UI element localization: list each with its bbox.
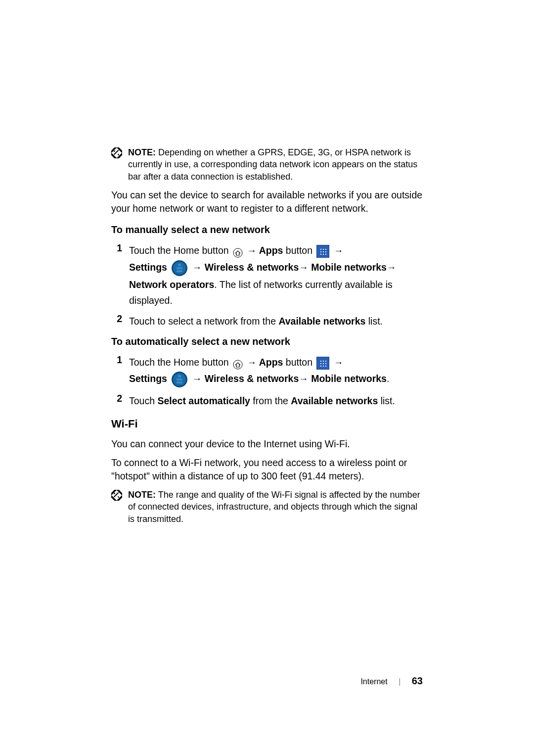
arrow-icon: → xyxy=(247,245,257,256)
note-body: Depending on whether a GPRS, EDGE, 3G, o… xyxy=(128,147,417,182)
step-body: Touch the Home button → Apps button → Se… xyxy=(129,354,423,388)
step-number: 2 xyxy=(111,393,129,404)
step-text: Touch xyxy=(129,395,157,406)
page-footer: Internet | 63 xyxy=(360,675,423,687)
svg-rect-12 xyxy=(177,378,182,380)
available-networks-label: Available networks xyxy=(278,316,365,327)
note-label: NOTE: xyxy=(128,490,156,500)
settings-icon xyxy=(171,371,188,388)
apps-label: Apps xyxy=(257,357,283,368)
list-item: 1 Touch the Home button → Apps button → … xyxy=(111,354,423,388)
note-block-2: NOTE: The range and quality of the Wi-Fi… xyxy=(111,489,423,525)
select-auto-label: Select automatically xyxy=(157,395,250,406)
svg-rect-5 xyxy=(178,264,181,266)
step-text: button xyxy=(283,245,315,256)
mobile-networks-label: Mobile networks xyxy=(309,262,387,273)
apps-grid-icon xyxy=(316,245,329,258)
step-body: Touch Select automatically from the Avai… xyxy=(129,393,423,409)
settings-label: Settings xyxy=(129,373,170,384)
step-text: Touch the Home button xyxy=(129,245,231,256)
apps-grid-icon xyxy=(316,357,329,370)
step-text: Touch to select a network from the xyxy=(129,316,278,327)
note-body: The range and quality of the Wi-Fi signa… xyxy=(128,490,420,524)
svg-rect-13 xyxy=(177,381,182,383)
arrow-icon: → xyxy=(299,374,309,384)
arrow-icon: → xyxy=(299,262,309,273)
step-text: Touch the Home button xyxy=(129,357,231,368)
note-label: NOTE: xyxy=(128,147,156,157)
step-text: from the xyxy=(250,395,291,406)
note-icon xyxy=(111,490,122,501)
step-number: 1 xyxy=(111,354,129,366)
network-operators-label: Network operators xyxy=(129,279,214,290)
arrow-icon: → xyxy=(192,262,202,273)
page-content: NOTE: Depending on whether a GPRS, EDGE,… xyxy=(111,146,423,531)
settings-label: Settings xyxy=(129,262,170,273)
available-networks-label: Available networks xyxy=(291,395,378,406)
arrow-icon: → xyxy=(334,245,344,256)
note-text-2: NOTE: The range and quality of the Wi-Fi… xyxy=(128,489,423,525)
list-item: 1 Touch the Home button → Apps button → … xyxy=(111,242,423,308)
step-body: Touch the Home button → Apps button → Se… xyxy=(129,242,423,308)
note-block-1: NOTE: Depending on whether a GPRS, EDGE,… xyxy=(111,146,423,183)
arrow-icon: → xyxy=(247,357,257,368)
apps-label: Apps xyxy=(257,245,283,256)
svg-point-2 xyxy=(233,248,242,257)
wifi-para-2: To connect to a Wi-Fi network, you need … xyxy=(111,456,423,483)
step-number: 2 xyxy=(111,313,129,325)
arrow-icon: → xyxy=(334,357,344,368)
step-text: button xyxy=(283,357,315,368)
wireless-label: Wireless & networks xyxy=(202,373,299,384)
svg-rect-7 xyxy=(177,270,182,272)
footer-section: Internet xyxy=(360,677,387,686)
list-item: 2 Touch Select automatically from the Av… xyxy=(111,393,423,409)
mobile-networks-label: Mobile networks xyxy=(309,373,387,384)
intro-paragraph: You can set the device to search for ava… xyxy=(111,189,423,216)
note-text-1: NOTE: Depending on whether a GPRS, EDGE,… xyxy=(128,146,423,183)
step-body: Touch to select a network from the Avail… xyxy=(129,313,423,329)
footer-divider: | xyxy=(399,677,400,686)
svg-point-8 xyxy=(233,360,242,369)
home-icon xyxy=(233,358,243,368)
note-icon xyxy=(111,147,122,158)
section-heading-manual: To manually select a new network xyxy=(111,224,423,236)
arrow-icon: → xyxy=(192,374,202,384)
svg-rect-11 xyxy=(178,375,181,378)
wireless-label: Wireless & networks xyxy=(202,262,299,273)
svg-rect-6 xyxy=(177,267,182,269)
list-item: 2 Touch to select a network from the Ava… xyxy=(111,313,423,329)
step-number: 1 xyxy=(111,242,129,254)
home-icon xyxy=(233,246,243,256)
step-text: list. xyxy=(365,316,383,327)
step-text: list. xyxy=(378,395,395,406)
settings-icon xyxy=(171,260,188,277)
wifi-heading: Wi-Fi xyxy=(111,418,423,430)
arrow-icon: → xyxy=(387,262,397,273)
footer-page-number: 63 xyxy=(412,675,423,686)
wifi-para-1: You can connect your device to the Inter… xyxy=(111,437,423,451)
section-heading-auto: To automatically select a new network xyxy=(111,336,423,347)
